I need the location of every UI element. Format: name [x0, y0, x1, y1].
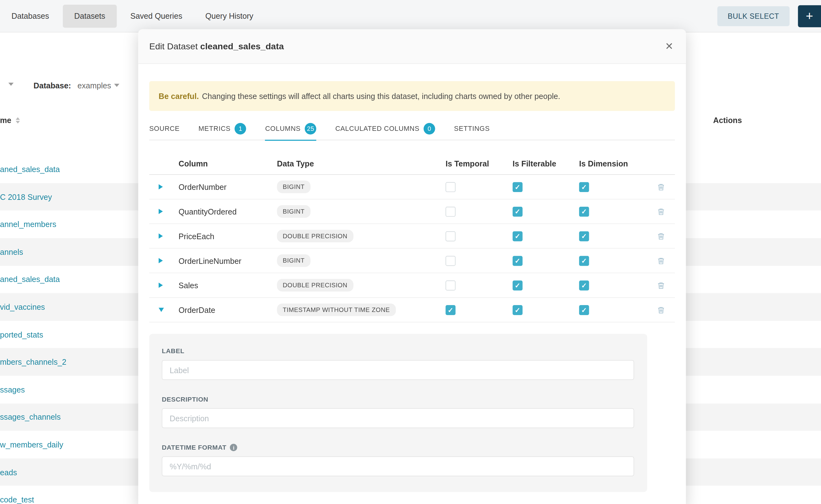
is-filterable-checkbox[interactable] [513, 305, 523, 315]
header-is-dimension: Is Dimension [579, 159, 647, 168]
delete-column-icon[interactable] [657, 257, 665, 264]
dataset-link[interactable]: ssages_channels [0, 413, 61, 421]
is-filterable-checkbox[interactable] [513, 231, 523, 241]
column-row: OrderLineNumber BIGINT [149, 249, 675, 273]
is-filterable-checkbox[interactable] [513, 206, 523, 216]
expand-caret-icon[interactable] [159, 184, 163, 190]
sort-icon[interactable] [16, 117, 20, 123]
columns-table-header: Column Data Type Is Temporal Is Filterab… [149, 153, 675, 175]
collapse-caret-icon[interactable] [159, 308, 164, 312]
tab-metrics[interactable]: METRICS 1 [198, 117, 246, 140]
database-filter-label: Database: [33, 81, 71, 90]
column-row: OrderNumber BIGINT [149, 175, 675, 200]
is-dimension-checkbox[interactable] [579, 231, 589, 241]
dataset-link[interactable]: C 2018 Survey [0, 192, 52, 201]
modal-header: Edit Dataset cleaned_sales_data ✕ [138, 29, 686, 64]
tab-label: COLUMNS [265, 125, 301, 132]
expand-caret-icon[interactable] [159, 258, 163, 263]
calculated-columns-count-badge: 0 [424, 123, 435, 134]
modal-title-dataset-name: cleaned_sales_data [200, 41, 284, 51]
nav-item-datasets[interactable]: Datasets [63, 4, 117, 27]
is-filterable-checkbox[interactable] [513, 280, 523, 290]
tab-source[interactable]: SOURCE [149, 117, 180, 140]
delete-column-icon[interactable] [657, 281, 665, 289]
app-stage: Databases Datasets Saved Queries Query H… [0, 0, 821, 504]
tab-label: CALCULATED COLUMNS [335, 125, 420, 132]
dataset-link[interactable]: code_test [0, 495, 34, 504]
dataset-link[interactable]: annel_members [0, 220, 56, 229]
delete-column-icon[interactable] [657, 208, 665, 215]
filter-chevron-down-icon[interactable] [8, 83, 14, 86]
column-row: OrderDate TIMESTAMP WITHOUT TIME ZONE [149, 298, 675, 323]
column-name: QuantityOrdered [179, 207, 277, 216]
nav-item-databases[interactable]: Databases [0, 0, 61, 32]
is-temporal-checkbox[interactable] [446, 280, 456, 290]
is-dimension-checkbox[interactable] [579, 182, 589, 192]
tab-label: METRICS [198, 125, 230, 132]
tab-columns[interactable]: COLUMNS 25 [265, 117, 316, 140]
close-icon[interactable]: ✕ [665, 41, 674, 51]
nav-item-saved-queries[interactable]: Saved Queries [119, 0, 194, 32]
dataset-link[interactable]: annels [0, 247, 23, 256]
dataset-link[interactable]: aned_sales_data [0, 275, 60, 284]
modal-title: Edit Dataset cleaned_sales_data [149, 41, 284, 52]
database-filter-value[interactable]: examples [77, 81, 111, 90]
tab-label: SOURCE [149, 125, 180, 132]
description-field-group: DESCRIPTION [162, 396, 635, 428]
is-filterable-checkbox[interactable] [513, 182, 523, 192]
expand-caret-icon[interactable] [159, 234, 163, 239]
dataset-link[interactable]: eads [0, 468, 17, 477]
name-column-header-label: me [0, 116, 11, 124]
column-row: Sales DOUBLE PRECISION [149, 273, 675, 298]
is-dimension-checkbox[interactable] [579, 206, 589, 216]
actions-column-header: Actions [713, 116, 742, 124]
delete-column-icon[interactable] [657, 183, 665, 191]
data-type-pill: BIGINT [277, 205, 310, 218]
dataset-link[interactable]: ported_stats [0, 330, 43, 339]
is-dimension-checkbox[interactable] [579, 305, 589, 315]
expand-caret-icon[interactable] [159, 283, 163, 288]
dataset-link[interactable]: aned_sales_data [0, 165, 60, 174]
dataset-link[interactable]: ssages [0, 385, 25, 394]
database-filter-chevron-icon[interactable] [114, 84, 119, 87]
metrics-count-badge: 1 [235, 123, 246, 134]
is-temporal-checkbox[interactable] [446, 206, 456, 216]
is-dimension-checkbox[interactable] [579, 280, 589, 290]
column-name: OrderLineNumber [179, 256, 277, 265]
is-temporal-checkbox[interactable] [446, 256, 456, 266]
column-name: PriceEach [179, 232, 277, 240]
bulk-select-button[interactable]: BULK SELECT [717, 6, 790, 26]
datetime-format-input[interactable] [162, 456, 634, 476]
columns-count-badge: 25 [305, 123, 316, 134]
is-temporal-checkbox[interactable] [446, 305, 456, 315]
dataset-link[interactable]: w_members_daily [0, 440, 63, 449]
tab-label: SETTINGS [454, 125, 490, 132]
tab-calculated-columns[interactable]: CALCULATED COLUMNS 0 [335, 117, 435, 140]
name-column-header[interactable]: me [0, 116, 20, 124]
description-input[interactable] [162, 408, 634, 428]
header-column: Column [179, 159, 277, 168]
expand-caret-icon[interactable] [159, 209, 163, 214]
is-temporal-checkbox[interactable] [446, 231, 456, 241]
modal-body: Be careful. Changing these settings will… [138, 81, 686, 492]
column-name: Sales [179, 281, 277, 289]
datetime-format-label-text: DATETIME FORMAT [162, 444, 226, 451]
dataset-link[interactable]: mbers_channels_2 [0, 358, 66, 366]
delete-column-icon[interactable] [657, 306, 665, 314]
dataset-link[interactable]: vid_vaccines [0, 303, 45, 311]
warning-banner: Be careful. Changing these settings will… [149, 81, 675, 111]
tab-settings[interactable]: SETTINGS [454, 117, 490, 140]
label-input[interactable] [162, 360, 634, 380]
nav-item-query-history[interactable]: Query History [194, 0, 264, 32]
info-icon[interactable]: i [230, 444, 237, 451]
is-dimension-checkbox[interactable] [579, 256, 589, 266]
is-temporal-checkbox[interactable] [446, 182, 456, 192]
column-name: OrderNumber [179, 182, 277, 191]
data-type-pill: BIGINT [277, 180, 310, 193]
datetime-format-field-group: DATETIME FORMAT i [162, 444, 635, 476]
is-filterable-checkbox[interactable] [513, 256, 523, 266]
add-dataset-button[interactable]: + [798, 5, 821, 27]
column-row: PriceEach DOUBLE PRECISION [149, 224, 675, 249]
header-is-temporal: Is Temporal [446, 159, 513, 168]
delete-column-icon[interactable] [657, 232, 665, 240]
